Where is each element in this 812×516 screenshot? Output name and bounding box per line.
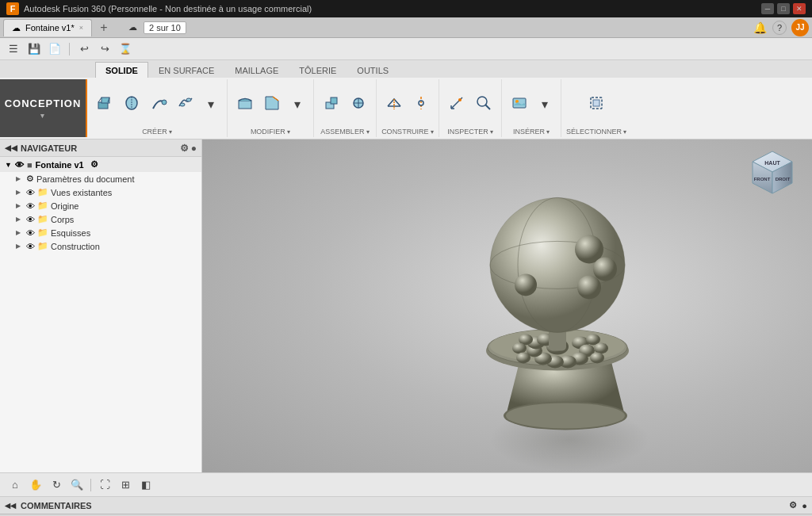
comments-bar: ◀◀ COMMENTAIRES ⚙ ● <box>0 496 812 514</box>
tree-item-esquisses[interactable]: ▶ 👁 📁 Esquisses <box>0 226 201 239</box>
menu-icon[interactable]: ☰ <box>5 41 22 57</box>
display-mode-icon[interactable]: ◧ <box>137 476 155 494</box>
new-tab-button[interactable]: + <box>95 19 113 36</box>
params-gear-icon: ⚙ <box>26 174 34 184</box>
modifier-conge-btn[interactable] <box>232 87 258 122</box>
construire-axe-btn[interactable] <box>408 87 434 122</box>
redo-icon[interactable]: ↪ <box>96 41 113 57</box>
ribbon-group-assembler: ASSEMBLER <box>314 79 377 137</box>
tree-item-origine[interactable]: ▶ 👁 📁 Origine <box>0 199 201 212</box>
svg-line-2 <box>98 97 102 102</box>
svg-point-54 <box>516 352 530 363</box>
navigator-arrow-left: ◀◀ <box>5 143 17 152</box>
zoom-icon[interactable]: 🔍 <box>68 476 86 494</box>
svg-point-8 <box>186 98 191 101</box>
comments-label: COMMENTAIRES <box>21 501 92 510</box>
creer-label[interactable]: CRÉER <box>142 128 172 136</box>
tree-item-params[interactable]: ▶ ⚙ Paramètres du document <box>0 172 201 185</box>
conge-icon <box>236 94 254 114</box>
fit-screen-icon[interactable]: ⛶ <box>96 476 113 494</box>
origine-folder-icon: 📁 <box>37 201 48 211</box>
doc-tab-close[interactable]: × <box>79 24 83 32</box>
creer-lissage-btn[interactable] <box>173 87 198 122</box>
minimize-button[interactable]: ─ <box>761 3 774 14</box>
svg-point-63 <box>577 275 601 299</box>
help-icon[interactable]: ? <box>772 21 787 35</box>
creer-balayage-btn[interactable] <box>146 87 171 122</box>
orbit-icon[interactable]: ↻ <box>48 476 65 494</box>
construire-buttons <box>381 82 434 126</box>
svg-text:DROIT: DROIT <box>776 177 791 182</box>
comments-arrow: ◀◀ <box>5 502 16 510</box>
assembler-label[interactable]: ASSEMBLER <box>320 128 369 136</box>
inspecter-loupe-btn[interactable] <box>471 87 496 122</box>
save-icon[interactable]: 💾 <box>25 41 43 57</box>
conception-button[interactable]: CONCEPTION ▾ <box>0 79 87 137</box>
selectionner-label[interactable]: SÉLECTIONNER <box>566 128 626 136</box>
tree-root[interactable]: ▼ 👁 ■ Fontaine v1 ⚙ <box>0 157 201 172</box>
selectionner-box-btn[interactable] <box>584 87 609 122</box>
tab-solide[interactable]: SOLIDE <box>95 62 148 78</box>
title-left: F Autodesk Fusion 360 (Personnelle - Non… <box>6 2 312 15</box>
inserer-label[interactable]: INSÉRER <box>513 128 550 136</box>
inserer-image-btn[interactable] <box>507 87 532 122</box>
svg-rect-9 <box>239 101 251 109</box>
undo-history-icon[interactable]: ⌛ <box>117 41 134 57</box>
origine-vis-icon[interactable]: 👁 <box>26 201 35 211</box>
navigator-pin-icon[interactable]: ● <box>191 143 197 154</box>
corps-folder-icon: 📁 <box>37 214 48 224</box>
construction-vis-icon[interactable]: 👁 <box>26 242 35 251</box>
close-button[interactable]: ✕ <box>793 3 806 14</box>
tree-item-vues[interactable]: ▶ 👁 📁 Vues existantes <box>0 185 201 199</box>
esquisses-vis-icon[interactable]: 👁 <box>26 228 35 238</box>
root-settings-icon[interactable]: ⚙ <box>90 159 98 170</box>
modifier-label[interactable]: MODIFIER <box>251 128 290 136</box>
assembler-buttons <box>319 82 371 126</box>
creer-revolution-btn[interactable] <box>119 87 144 122</box>
maximize-button[interactable]: □ <box>777 3 790 14</box>
tab-maillage[interactable]: MAILLAGE <box>224 62 289 78</box>
home-view-icon[interactable]: ⌂ <box>6 476 24 494</box>
tab-tolerie[interactable]: TÔLERIE <box>289 62 347 78</box>
creer-more-btn[interactable]: ▾ <box>200 94 222 116</box>
separator-1 <box>69 43 70 55</box>
tab-outils[interactable]: OUTILS <box>347 62 399 78</box>
tab-en-surface[interactable]: EN SURFACE <box>148 62 224 78</box>
view-cube[interactable]: HAUT FRONT DROIT <box>745 147 800 203</box>
inspecter-buttons <box>444 82 496 126</box>
inserer-more-btn[interactable]: ▾ <box>534 94 556 116</box>
assembler-nouveau-btn[interactable] <box>319 87 344 122</box>
bell-icon[interactable]: 🔔 <box>752 20 768 36</box>
svg-point-62 <box>593 257 617 281</box>
creer-extrusion-btn[interactable] <box>92 87 117 122</box>
modifier-more-btn[interactable]: ▾ <box>286 94 308 116</box>
header-right-icons: 🔔 ? JJ <box>752 19 809 36</box>
vues-vis-icon[interactable]: 👁 <box>26 188 35 197</box>
ribbon-group-inserer: ▾ INSÉRER <box>502 79 561 137</box>
assembler-joint-btn[interactable] <box>346 87 371 122</box>
root-vis-icon[interactable]: 👁 <box>15 160 24 170</box>
inspecter-mesure-btn[interactable] <box>444 87 469 122</box>
root-label: Fontaine v1 <box>36 160 84 170</box>
root-expand-arrow: ▼ <box>5 161 12 169</box>
comments-pin-icon[interactable]: ● <box>802 501 807 510</box>
tree-item-construction[interactable]: ▶ 👁 📁 Construction <box>0 239 201 253</box>
navigator-options-icon[interactable]: ⚙ <box>180 143 189 154</box>
comments-options-icon[interactable]: ⚙ <box>789 500 797 510</box>
new-icon[interactable]: 📄 <box>46 41 63 57</box>
grid-icon[interactable]: ⊞ <box>117 476 134 494</box>
undo-icon[interactable]: ↩ <box>75 41 93 57</box>
construire-plan-btn[interactable] <box>381 87 407 122</box>
user-avatar[interactable]: JJ <box>791 19 809 36</box>
inspecter-label[interactable]: INSPECTER <box>447 128 493 136</box>
pan-icon[interactable]: ✋ <box>27 476 44 494</box>
doc-tab[interactable]: ☁ Fontaine v1* × <box>3 19 92 36</box>
tree-item-corps[interactable]: ▶ 👁 📁 Corps <box>0 212 201 226</box>
svg-point-33 <box>506 403 625 428</box>
construire-label[interactable]: CONSTRUIRE <box>381 128 434 136</box>
viewport[interactable]: HAUT FRONT DROIT <box>202 140 812 472</box>
modifier-chanfrein-btn[interactable] <box>259 87 285 122</box>
params-arrow: ▶ <box>16 175 24 182</box>
cloud-icon-bar: ☁ 2 sur 10 <box>128 21 186 34</box>
corps-vis-icon[interactable]: 👁 <box>26 215 35 224</box>
